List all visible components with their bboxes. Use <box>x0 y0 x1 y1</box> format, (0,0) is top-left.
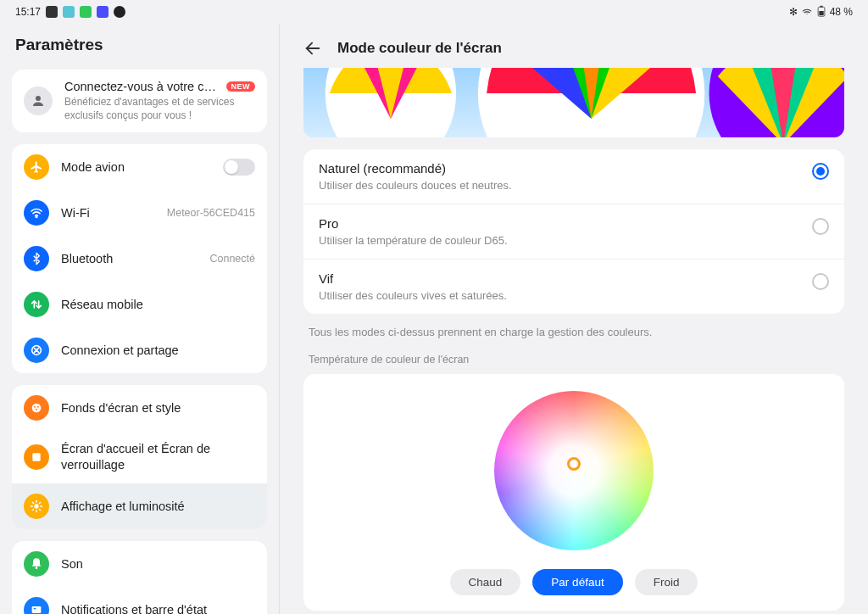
brightness-icon <box>24 494 49 519</box>
svg-point-8 <box>37 406 39 408</box>
main-header: Mode couleur de l'écran <box>280 24 868 68</box>
share-icon <box>24 338 49 363</box>
svg-point-11 <box>34 504 38 508</box>
hero-image <box>303 68 844 137</box>
svg-rect-22 <box>34 608 36 609</box>
battery-icon <box>816 5 826 20</box>
svg-point-3 <box>36 96 41 101</box>
mobile-icon <box>24 292 49 317</box>
mode-title: Vif <box>319 271 800 286</box>
svg-point-9 <box>36 409 37 410</box>
back-arrow-icon[interactable] <box>303 39 322 58</box>
battery-percent: 48 % <box>830 6 853 18</box>
mode-vivid[interactable]: Vif Utiliser des couleurs vives et satur… <box>303 260 844 314</box>
radio-pro[interactable] <box>812 218 829 235</box>
homescreen-icon <box>24 444 49 470</box>
radio-natural[interactable] <box>812 163 829 180</box>
status-right: ✻ 48 % <box>789 5 853 20</box>
radio-vivid[interactable] <box>812 273 829 290</box>
airplane-label: Mode avion <box>61 160 211 174</box>
new-badge: NEW <box>226 81 256 92</box>
status-left: 15:17 <box>15 6 125 18</box>
bluetooth-value: Connecté <box>209 253 255 265</box>
mode-title: Pro <box>319 216 800 231</box>
bluetooth-status-icon: ✻ <box>789 6 798 18</box>
notif-icon <box>24 597 49 614</box>
account-row[interactable]: Connectez-vous à votre co… NEW Bénéficie… <box>12 70 267 132</box>
wallpaper-label: Fonds d'écran et style <box>61 401 255 415</box>
main-title: Mode couleur de l'écran <box>337 40 502 57</box>
account-card: Connectez-vous à votre co… NEW Bénéficie… <box>12 70 267 132</box>
sound-icon <box>24 551 49 577</box>
airplane-row[interactable]: Mode avion <box>12 144 267 190</box>
shield-status-icon <box>114 6 125 18</box>
wifi-icon <box>24 200 49 226</box>
airplane-toggle[interactable] <box>223 159 255 176</box>
bluetooth-row[interactable]: Bluetooth Connecté <box>12 236 267 282</box>
share-row[interactable]: Connexion et partage <box>12 327 267 373</box>
notif-label: Notifications et barre d'état <box>61 603 255 614</box>
color-wheel[interactable] <box>494 391 654 550</box>
wifi-status-icon <box>801 5 813 20</box>
main-panel: Mode couleur de l'écran Naturel (recomma… <box>280 24 868 614</box>
app-status-icon-1 <box>63 6 75 18</box>
svg-line-19 <box>32 509 33 510</box>
avatar-icon <box>24 87 53 115</box>
pill-warm[interactable]: Chaud <box>450 569 521 595</box>
display-row[interactable]: Affichage et luminosité <box>12 483 267 529</box>
svg-point-7 <box>34 406 36 408</box>
svg-rect-21 <box>32 606 42 613</box>
temperature-label: Température de couleur de l'écran <box>303 354 844 374</box>
wallpaper-row[interactable]: Fonds d'écran et style <box>12 385 267 431</box>
pill-cold[interactable]: Froid <box>635 569 698 595</box>
account-title: Connectez-vous à votre co… <box>64 80 220 93</box>
sound-label: Son <box>61 557 255 571</box>
modes-note: Tous les modes ci-dessus prennent en cha… <box>303 314 844 354</box>
svg-rect-2 <box>819 11 823 15</box>
homescreen-row[interactable]: Écran d'accueil et Écran de verrouillage <box>12 431 267 483</box>
pill-default[interactable]: Par défaut <box>532 569 622 595</box>
mode-natural[interactable]: Naturel (recommandé) Utiliser des couleu… <box>303 149 844 204</box>
app-status-icon-2 <box>80 6 92 18</box>
settings-status-icon <box>46 6 58 18</box>
app-status-icon-3 <box>97 6 108 18</box>
color-modes-card: Naturel (recommandé) Utiliser des couleu… <box>303 149 844 314</box>
sound-row[interactable]: Son <box>12 541 267 587</box>
svg-line-17 <box>39 509 40 510</box>
sound-card: Son Notifications et barre d'état <box>12 541 267 614</box>
wifi-row[interactable]: Wi-Fi Meteor-56CED415 <box>12 190 267 236</box>
svg-point-20 <box>36 567 38 569</box>
svg-line-16 <box>32 502 33 503</box>
color-wheel-handle[interactable] <box>567 457 581 471</box>
svg-line-18 <box>39 502 40 503</box>
svg-point-6 <box>32 404 42 413</box>
mode-sub: Utiliser la température de couleur D65. <box>319 234 800 247</box>
connectivity-card: Mode avion Wi-Fi Meteor-56CED415 Bluetoo… <box>12 144 267 373</box>
display-label: Affichage et luminosité <box>61 500 255 513</box>
homescreen-label: Écran d'accueil et Écran de verrouillage <box>61 441 255 473</box>
mobile-label: Réseau mobile <box>61 298 255 311</box>
status-time: 15:17 <box>15 6 41 18</box>
mode-pro[interactable]: Pro Utiliser la température de couleur D… <box>303 204 844 260</box>
wallpaper-icon <box>24 395 49 421</box>
sidebar: Paramètres Connectez-vous à votre co… NE… <box>0 24 280 614</box>
share-label: Connexion et partage <box>61 343 255 357</box>
status-bar: 15:17 ✻ 48 % <box>0 0 868 24</box>
svg-rect-1 <box>820 5 822 7</box>
temperature-presets: Chaud Par défaut Froid <box>450 569 698 595</box>
account-sub: Bénéficiez d'avantages et de services ex… <box>64 95 255 122</box>
airplane-icon <box>24 154 49 180</box>
mode-sub: Utiliser des couleurs vives et saturées. <box>319 289 800 302</box>
color-temperature-panel: Chaud Par défaut Froid <box>303 374 844 611</box>
display-card: Fonds d'écran et style Écran d'accueil e… <box>12 385 267 529</box>
wifi-label: Wi-Fi <box>61 206 155 220</box>
bluetooth-label: Bluetooth <box>61 252 198 265</box>
wifi-value: Meteor-56CED415 <box>167 207 255 219</box>
svg-point-4 <box>36 216 36 217</box>
mode-title: Naturel (recommandé) <box>319 161 800 176</box>
notif-row[interactable]: Notifications et barre d'état <box>12 587 267 614</box>
mode-sub: Utiliser des couleurs douces et neutres. <box>319 179 800 192</box>
bluetooth-icon <box>24 246 49 271</box>
mobile-row[interactable]: Réseau mobile <box>12 282 267 327</box>
sidebar-title: Paramètres <box>15 36 264 54</box>
